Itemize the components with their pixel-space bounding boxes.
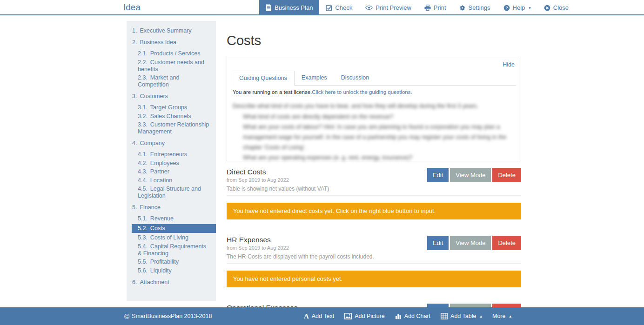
license-notice: You are running on a test license.Click … — [233, 89, 515, 95]
nav-label: Check — [335, 4, 352, 11]
svg-text:?: ? — [505, 6, 508, 10]
table-grid-icon — [441, 313, 448, 319]
tab-discussion[interactable]: Discussion — [334, 71, 376, 85]
more-button[interactable]: More ▴ — [487, 313, 517, 319]
nav-business-plan[interactable]: Business Plan — [259, 0, 319, 15]
sidebar-item-capital-requirements[interactable]: 5.4.Capital Requirements & Financing — [127, 243, 216, 257]
nav-print-preview[interactable]: Print Preview — [359, 0, 418, 15]
sidebar-item-legal-structure[interactable]: 4.5.Legal Structure and Legislation — [127, 186, 216, 199]
footer-navigation: A Add Text Add Picture Add Chart Add Ta — [299, 307, 517, 325]
warning-banner: You have not entered direct costs yet. C… — [227, 203, 521, 219]
sidebar-item-finance[interactable]: 5.Finance — [127, 204, 216, 211]
nav-label: Help — [513, 4, 525, 11]
tab-guiding-questions[interactable]: Guiding Questions — [232, 71, 295, 86]
sidebar-item-customer-needs[interactable]: 2.2.Customer needs and benefits — [127, 59, 216, 73]
question-circle-icon: ? — [503, 5, 510, 11]
sidebar-item-customer-relationship[interactable]: 3.3.Customer Relationship Management — [127, 121, 216, 135]
nav-check[interactable]: Check — [319, 0, 359, 15]
add-chart-button[interactable]: Add Chart — [390, 313, 436, 319]
divider — [227, 263, 521, 264]
section-title: Direct Costs — [227, 168, 289, 176]
section-date-range: from Sep 2019 to Aug 2022 — [227, 177, 289, 183]
checkbox-check-icon — [326, 5, 332, 11]
page-title: Costs — [227, 33, 521, 48]
section-title: HR Expenses — [227, 236, 289, 244]
chevron-up-icon: ▴ — [509, 314, 511, 318]
guiding-question: What are your costs of labour? Hint: In … — [243, 122, 515, 153]
nav-label: Print — [434, 4, 446, 11]
x-circle-icon — [544, 5, 550, 11]
nav-settings[interactable]: Settings — [453, 0, 497, 15]
edit-button[interactable]: Edit — [427, 236, 449, 250]
warning-banner: You have not entered personal costs yet. — [227, 271, 521, 287]
eye-icon — [365, 5, 373, 10]
edit-button[interactable]: Edit — [427, 168, 449, 182]
copyright: © SmartBusinessPlan 2013-2018 — [124, 307, 212, 325]
sidebar-item-partner[interactable]: 4.3.Partner — [127, 168, 216, 175]
copyright-icon: © — [124, 312, 129, 320]
nav-help[interactable]: ? Help ▾ — [497, 0, 537, 15]
nav-label: Print Preview — [376, 4, 411, 11]
section-note: The HR-Costs are displayed with the payr… — [227, 253, 521, 260]
section-date-range: from Sep 2019 to Aug 2022 — [227, 245, 289, 251]
nav-print[interactable]: Print — [418, 0, 453, 15]
nav-label: Business Plan — [275, 4, 313, 11]
view-mode-button[interactable]: View Mode — [450, 236, 491, 250]
delete-button[interactable]: Delete — [492, 168, 521, 182]
nav-close[interactable]: Close — [537, 0, 575, 15]
add-picture-button[interactable]: Add Picture — [339, 313, 390, 319]
letter-a-icon: A — [304, 312, 309, 320]
section-actions: Edit View Mode Delete — [427, 168, 521, 182]
hide-link[interactable]: Hide — [503, 61, 515, 68]
chevron-up-icon: ▴ — [480, 314, 482, 318]
guiding-questions-intro: Describe what kind of costs you have to … — [233, 101, 515, 111]
sidebar-item-profitability[interactable]: 5.5.Profitability — [127, 259, 216, 265]
panel-tabs: Guiding Questions Examples Discussion — [232, 71, 516, 86]
sidebar-item-business-idea[interactable]: 2.Business Idea — [127, 39, 216, 46]
main-content: Costs Hide Guiding Questions Examples Di… — [227, 0, 521, 325]
section-hr-expenses: HR Expenses from Sep 2019 to Aug 2022 Ed… — [227, 236, 521, 287]
sidebar-item-company[interactable]: 4.Company — [127, 140, 216, 147]
sidebar-item-employees[interactable]: 4.2.Employees — [127, 160, 216, 167]
top-navigation: Business Plan Check Print Preview Print — [259, 0, 575, 15]
sidebar-item-products-services[interactable]: 2.1.Products / Services — [127, 50, 216, 57]
add-text-button[interactable]: A Add Text — [299, 312, 339, 320]
unlock-license-link[interactable]: Click here to unlock the guiding questio… — [312, 89, 412, 95]
app-title: Idea — [123, 2, 141, 13]
sidebar-item-liquidity[interactable]: 5.6.Liquidity — [127, 267, 216, 274]
sidebar-item-market-competition[interactable]: 2.3.Market and Competition — [127, 74, 216, 88]
tab-examples[interactable]: Examples — [295, 71, 334, 85]
divider — [227, 195, 521, 196]
sidebar-item-attachment[interactable]: 6.Attachment — [127, 279, 216, 286]
sidebar-item-entrepreneurs[interactable]: 4.1.Entrepreneurs — [127, 151, 216, 158]
bar-chart-icon — [395, 313, 402, 319]
delete-button[interactable]: Delete — [492, 236, 521, 250]
picture-icon — [344, 313, 352, 319]
guiding-question: What kind of costs are directly dependen… — [243, 112, 515, 122]
guiding-questions-panel: Hide Guiding Questions Examples Discussi… — [227, 56, 521, 161]
section-note: Table is showing net values (without VAT… — [227, 186, 521, 192]
gear-icon — [459, 5, 466, 11]
add-table-button[interactable]: Add Table ▴ — [436, 313, 487, 319]
sidebar-item-location[interactable]: 4.4.Location — [127, 177, 216, 184]
guiding-question: What are your operating expenses (e. g. … — [243, 153, 515, 163]
sidebar-item-revenue[interactable]: 5.1.Revenue — [127, 215, 216, 222]
section-direct-costs: Direct Costs from Sep 2019 to Aug 2022 E… — [227, 168, 521, 219]
top-bar: Idea Business Plan Check Print Preview — [0, 0, 644, 15]
sidebar-item-costs-of-living[interactable]: 5.3.Costs of Living — [127, 234, 216, 241]
chapter-sidebar: 1.Executive Summary 2.Business Idea 2.1.… — [127, 21, 216, 301]
nav-label: Close — [553, 4, 569, 11]
sidebar-item-customers[interactable]: 3.Customers — [127, 93, 216, 100]
sidebar-item-executive-summary[interactable]: 1.Executive Summary — [127, 27, 216, 34]
view-mode-button[interactable]: View Mode — [450, 168, 491, 182]
sidebar-item-costs[interactable]: 5.2.Costs — [132, 224, 216, 233]
sidebar-item-target-groups[interactable]: 3.1.Target Groups — [127, 104, 216, 111]
section-actions: Edit View Mode Delete — [427, 236, 521, 250]
footer-bar: © SmartBusinessPlan 2013-2018 A Add Text… — [0, 307, 644, 325]
document-icon — [266, 4, 272, 11]
nav-label: Settings — [469, 4, 490, 11]
chevron-down-icon: ▾ — [529, 6, 531, 10]
sidebar-item-sales-channels[interactable]: 3.2.Sales Channels — [127, 113, 216, 120]
app-window: Idea Business Plan Check Print Preview — [0, 0, 644, 325]
guiding-questions-blurred-text: Describe what kind of costs you have to … — [233, 101, 515, 163]
